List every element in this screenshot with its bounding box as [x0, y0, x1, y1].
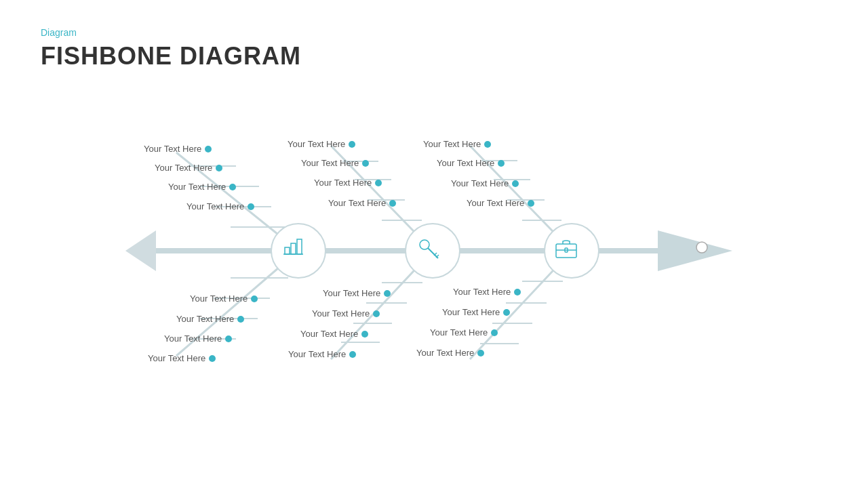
header: Diagram FISHBONE DIAGRAM — [41, 27, 301, 70]
dot-mu3 — [375, 180, 382, 186]
circle-node-1 — [271, 224, 326, 278]
dot-ml1 — [384, 290, 391, 297]
label-rl3[interactable]: Your Text Here — [430, 327, 498, 338]
dot-mu1 — [349, 141, 355, 148]
label-lu4[interactable]: Your Text Here — [186, 201, 254, 211]
dot-mu2 — [362, 160, 369, 167]
dot-ll1 — [251, 296, 258, 302]
dot-ru3 — [512, 180, 519, 187]
dot-lu4 — [248, 203, 254, 210]
label-ml4[interactable]: Your Text Here — [288, 349, 356, 359]
header-subtitle: Diagram — [41, 27, 301, 38]
fish-eye — [696, 242, 707, 253]
fishbone-svg — [0, 105, 868, 464]
dot-rl1 — [514, 289, 521, 296]
label-ml3[interactable]: Your Text Here — [300, 329, 368, 339]
label-lu3[interactable]: Your Text Here — [168, 182, 236, 192]
label-ru1[interactable]: Your Text Here — [423, 139, 491, 149]
dot-ru2 — [498, 160, 505, 167]
dot-ll3 — [225, 336, 232, 342]
dot-rl4 — [477, 350, 484, 357]
label-rl4[interactable]: Your Text Here — [416, 348, 484, 358]
label-ll1[interactable]: Your Text Here — [190, 293, 258, 304]
label-lu2[interactable]: Your Text Here — [155, 163, 222, 173]
dot-lu3 — [229, 184, 236, 190]
label-ru3[interactable]: Your Text Here — [451, 178, 519, 188]
dot-ml2 — [373, 310, 380, 317]
label-lu1[interactable]: Your Text Here — [144, 144, 212, 154]
dot-ml3 — [361, 331, 368, 338]
dot-lu1 — [205, 146, 212, 152]
dot-ru1 — [484, 141, 491, 148]
dot-mu4 — [389, 200, 396, 207]
label-ru4[interactable]: Your Text Here — [467, 198, 534, 208]
diagram-area: Your Text Here Your Text Here Your Text … — [0, 105, 868, 464]
dot-ml4 — [349, 351, 356, 358]
circle-node-3 — [545, 224, 599, 278]
label-ll2[interactable]: Your Text Here — [176, 314, 244, 324]
label-rl1[interactable]: Your Text Here — [453, 287, 521, 297]
dot-ll2 — [237, 316, 244, 323]
label-mu3[interactable]: Your Text Here — [314, 178, 382, 188]
label-ml2[interactable]: Your Text Here — [312, 308, 380, 319]
fish-head — [658, 230, 732, 271]
label-mu2[interactable]: Your Text Here — [301, 158, 369, 168]
fish-tail — [125, 230, 156, 271]
label-ll4[interactable]: Your Text Here — [148, 353, 216, 363]
label-mu4[interactable]: Your Text Here — [328, 198, 396, 208]
dot-ll4 — [209, 355, 216, 362]
circle-node-2 — [406, 224, 460, 278]
label-ll3[interactable]: Your Text Here — [164, 333, 232, 344]
dot-ru4 — [528, 200, 534, 207]
dot-rl2 — [503, 309, 510, 316]
dot-lu2 — [216, 165, 222, 171]
label-rl2[interactable]: Your Text Here — [442, 307, 510, 317]
dot-rl3 — [491, 329, 498, 336]
label-mu1[interactable]: Your Text Here — [288, 139, 355, 149]
header-title: FISHBONE DIAGRAM — [41, 42, 301, 70]
label-ml1[interactable]: Your Text Here — [323, 288, 391, 298]
label-ru2[interactable]: Your Text Here — [437, 158, 505, 168]
